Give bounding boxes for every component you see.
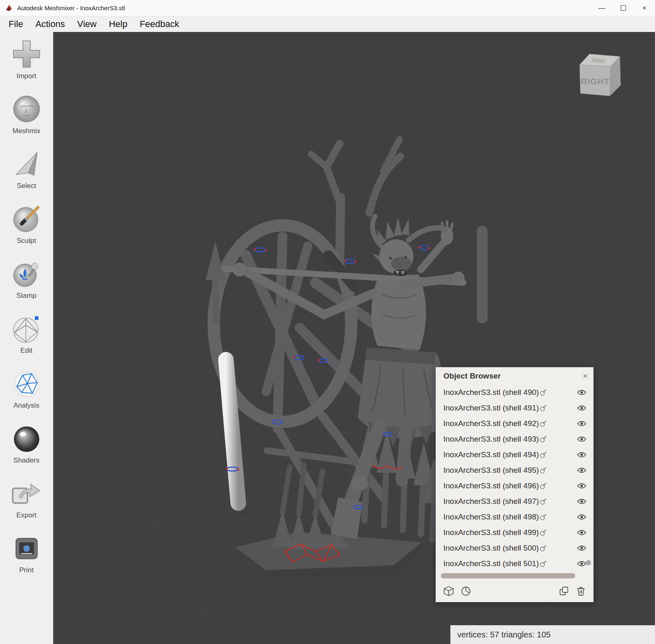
menu-feedback[interactable]: Feedback <box>133 19 185 29</box>
meshmix-icon <box>12 92 41 126</box>
shell-row[interactable]: InoxArcherS3.stl (shell 497) <box>436 494 593 509</box>
maximize-button[interactable] <box>612 0 634 16</box>
shell-label: InoxArcherS3.stl (shell 493) <box>443 435 539 444</box>
print-3dprinter-icon <box>12 531 41 565</box>
tool-export[interactable]: Export <box>0 476 53 531</box>
vertical-scroll-thumb[interactable] <box>586 560 591 565</box>
meshmixer-window: Autodesk Meshmixer - InoxArcherS3.stl — … <box>0 0 655 644</box>
visibility-eye-icon[interactable] <box>577 545 587 551</box>
visibility-eye-icon[interactable] <box>577 389 587 396</box>
menu-bar: File Actions View Help Feedback <box>0 16 655 32</box>
panel-close-icon[interactable]: × <box>583 372 587 381</box>
tool-stamp[interactable]: Stamp <box>0 256 53 311</box>
shell-row[interactable]: InoxArcherS3.stl (shell 500) <box>436 540 593 556</box>
visibility-eye-icon[interactable] <box>577 420 587 427</box>
shell-row[interactable]: InoxArcherS3.stl (shell 491) <box>436 400 593 416</box>
object-browser-title: Object Browser <box>443 372 583 381</box>
shell-label: InoxArcherS3.stl (shell 492) <box>443 419 539 428</box>
title-bar: Autodesk Meshmixer - InoxArcherS3.stl — … <box>0 0 655 16</box>
shell-edit-icon[interactable] <box>540 529 547 536</box>
toolbar-sidebar: Import Meshmix <box>0 32 53 644</box>
object-browser-panel: Object Browser × InoxArcherS3.stl (shell… <box>436 367 594 602</box>
status-bar: vertices: 57 triangles: 105 <box>450 625 655 644</box>
import-icon <box>9 37 44 71</box>
tool-sculpt[interactable]: Sculpt <box>0 202 53 256</box>
duplicate-icon[interactable] <box>559 586 569 596</box>
shaders-sphere-icon <box>12 421 41 456</box>
shell-label: InoxArcherS3.stl (shell 490) <box>443 388 539 397</box>
status-text: vertices: 57 triangles: 105 <box>457 630 551 639</box>
view-cube[interactable]: RIGHT <box>573 50 622 102</box>
minimize-button[interactable]: — <box>591 0 612 16</box>
export-arrow-icon <box>9 476 44 510</box>
shell-edit-icon[interactable] <box>540 498 547 505</box>
shell-edit-icon[interactable] <box>540 560 547 567</box>
window-title: Autodesk Meshmixer - InoxArcherS3.stl <box>17 5 125 11</box>
window-controls: — × <box>591 0 655 16</box>
shell-label: InoxArcherS3.stl (shell 497) <box>443 497 539 506</box>
shell-label: InoxArcherS3.stl (shell 499) <box>443 528 539 537</box>
app-logo-icon <box>5 4 13 12</box>
visibility-eye-icon[interactable] <box>577 560 587 567</box>
tool-select[interactable]: Select <box>0 147 53 202</box>
shell-row[interactable]: InoxArcherS3.stl (shell 499) <box>436 525 593 540</box>
maximize-icon <box>621 5 626 11</box>
horizontal-scrollbar[interactable] <box>441 573 575 578</box>
menu-help[interactable]: Help <box>103 19 133 29</box>
shell-label: InoxArcherS3.stl (shell 491) <box>443 404 539 413</box>
object-browser-list: InoxArcherS3.stl (shell 490) <box>436 385 593 571</box>
shell-row[interactable]: InoxArcherS3.stl (shell 501) <box>436 556 593 571</box>
shell-label: InoxArcherS3.stl (shell 498) <box>443 512 539 522</box>
shell-label: InoxArcherS3.stl (shell 496) <box>443 481 539 490</box>
close-button[interactable]: × <box>634 0 655 16</box>
tool-shaders[interactable]: Shaders <box>0 421 53 476</box>
shell-label: InoxArcherS3.stl (shell 500) <box>443 544 539 553</box>
tool-import[interactable]: Import <box>0 37 53 92</box>
menu-actions[interactable]: Actions <box>29 19 71 29</box>
tool-meshmix[interactable]: Meshmix <box>0 92 53 147</box>
menu-view[interactable]: View <box>71 19 103 29</box>
shell-edit-icon[interactable] <box>540 451 547 458</box>
sculpt-brush-icon <box>12 202 41 236</box>
visibility-eye-icon[interactable] <box>577 514 587 520</box>
shell-label: InoxArcherS3.stl (shell 501) <box>443 559 539 568</box>
shell-row[interactable]: InoxArcherS3.stl (shell 490) <box>436 385 593 400</box>
visibility-eye-icon[interactable] <box>577 467 587 474</box>
object-browser-header: Object Browser × <box>436 367 593 385</box>
shell-edit-icon[interactable] <box>540 544 547 552</box>
visibility-eye-icon[interactable] <box>577 483 587 489</box>
shell-edit-icon[interactable] <box>540 420 547 427</box>
delete-trash-icon[interactable] <box>576 586 586 596</box>
shell-label: InoxArcherS3.stl (shell 494) <box>443 450 539 459</box>
tool-analysis[interactable]: Analysis <box>0 366 53 421</box>
shell-row[interactable]: InoxArcherS3.stl (shell 496) <box>436 478 593 494</box>
shell-edit-icon[interactable] <box>540 404 547 412</box>
viewport-3d[interactable]: RIGHT Object Browser × InoxArcherS3.stl … <box>53 32 655 644</box>
shell-edit-icon[interactable] <box>540 467 547 474</box>
shell-edit-icon[interactable] <box>540 389 547 396</box>
shell-row[interactable]: InoxArcherS3.stl (shell 493) <box>436 431 593 447</box>
shell-row[interactable]: InoxArcherS3.stl (shell 498) <box>436 509 593 525</box>
shell-row[interactable]: InoxArcherS3.stl (shell 495) <box>436 463 593 478</box>
sphere-view-icon[interactable] <box>461 586 471 596</box>
shell-edit-icon[interactable] <box>540 435 547 443</box>
shell-edit-icon[interactable] <box>540 513 547 521</box>
edit-wireframe-icon <box>12 311 41 346</box>
tool-edit[interactable]: Edit <box>0 311 53 366</box>
stamp-fleur-icon <box>12 256 41 291</box>
shell-label: InoxArcherS3.stl (shell 495) <box>443 466 539 475</box>
menu-file[interactable]: File <box>2 19 29 29</box>
shell-row[interactable]: InoxArcherS3.stl (shell 494) <box>436 447 593 463</box>
visibility-eye-icon[interactable] <box>577 405 587 411</box>
select-arrow-icon <box>12 147 41 181</box>
object-browser-footer <box>436 581 593 602</box>
visibility-eye-icon[interactable] <box>577 451 587 458</box>
shell-edit-icon[interactable] <box>540 482 547 490</box>
cube-view-icon[interactable] <box>443 586 454 596</box>
tool-print[interactable]: Print <box>0 531 53 586</box>
visibility-eye-icon[interactable] <box>577 529 587 536</box>
analysis-mesh-icon <box>12 366 41 401</box>
shell-row[interactable]: InoxArcherS3.stl (shell 492) <box>436 416 593 431</box>
visibility-eye-icon[interactable] <box>577 436 587 442</box>
visibility-eye-icon[interactable] <box>577 498 587 505</box>
